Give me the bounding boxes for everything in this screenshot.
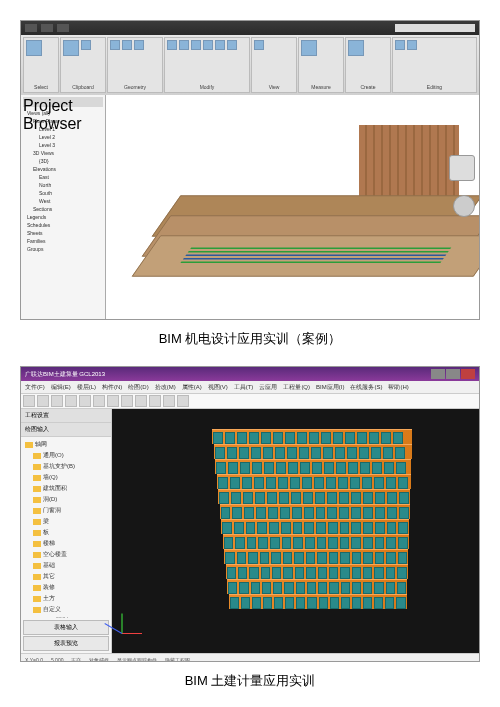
- tree-item[interactable]: Sections: [23, 205, 103, 213]
- ribbon-label-view: View: [254, 84, 294, 90]
- revit-3d-viewport[interactable]: [106, 95, 479, 320]
- tree-item[interactable]: East: [23, 173, 103, 181]
- tree-item[interactable]: 3D Views: [23, 149, 103, 157]
- tree-item: 自定义: [23, 604, 109, 615]
- status-hide[interactable]: 隐藏工程图: [165, 657, 190, 662]
- view-icon[interactable]: [254, 40, 264, 50]
- folder-icon: [33, 585, 41, 591]
- tree-item[interactable]: North: [23, 181, 103, 189]
- ribbon-label-create: Create: [348, 84, 388, 90]
- tree-item[interactable]: Elevations: [23, 165, 103, 173]
- copy-icon[interactable]: [179, 40, 189, 50]
- component-tree[interactable]: 轴网 通用(O) 基坑支护(B) 墙(Q) 建筑面积 洞(D) 门窗洞 梁 板 …: [21, 437, 111, 618]
- tree-item[interactable]: Schedules: [23, 221, 103, 229]
- report-preview-button[interactable]: 报表预览: [23, 636, 109, 651]
- app-menu-icon[interactable]: [25, 24, 37, 32]
- mirror-icon[interactable]: [203, 40, 213, 50]
- tree-item: 空心楼盖: [23, 549, 109, 560]
- folder-icon: [33, 552, 41, 558]
- array-icon[interactable]: [215, 40, 225, 50]
- folder-icon: [33, 574, 41, 580]
- move-icon[interactable]: [167, 40, 177, 50]
- status-track[interactable]: 显示网点跟踪构件: [117, 657, 157, 662]
- tree-item[interactable]: South: [23, 189, 103, 197]
- minimize-icon[interactable]: [431, 369, 445, 379]
- tree-item[interactable]: Sheets: [23, 229, 103, 237]
- tool-icon[interactable]: [177, 395, 189, 407]
- glodon-titlebar: 广联达BIM土建算量 GCL2013: [21, 367, 479, 381]
- qat-save-icon[interactable]: [41, 24, 53, 32]
- rotate-icon[interactable]: [191, 40, 201, 50]
- create-icon[interactable]: [348, 40, 364, 56]
- menu-view[interactable]: 视图(V): [208, 383, 228, 392]
- caption-2: BIM 土建计量应用实训: [20, 672, 480, 690]
- menu-draw[interactable]: 绘图(D): [128, 383, 148, 392]
- tool-icon[interactable]: [23, 395, 35, 407]
- menu-tool[interactable]: 工具(T): [234, 383, 254, 392]
- viewcube-icon[interactable]: [449, 155, 475, 181]
- status-ortho[interactable]: 正交: [71, 657, 81, 662]
- menu-attribute[interactable]: 属性(A): [182, 383, 202, 392]
- revit-titlebar: [21, 21, 479, 35]
- menu-bim[interactable]: BIM应用(I): [316, 383, 344, 392]
- status-snap[interactable]: 对象捕捉: [89, 657, 109, 662]
- tool-icon[interactable]: [37, 395, 49, 407]
- cope-icon[interactable]: [110, 40, 120, 50]
- tool-icon[interactable]: [135, 395, 147, 407]
- edit2-icon[interactable]: [407, 40, 417, 50]
- menu-floor[interactable]: 楼层(L): [77, 383, 96, 392]
- tree-item[interactable]: Groups: [23, 245, 103, 253]
- menu-help[interactable]: 帮助(H): [388, 383, 408, 392]
- glodon-left-panel: 工程设置 绘图输入 轴网 通用(O) 基坑支护(B) 墙(Q) 建筑面积 洞(D…: [21, 409, 112, 653]
- select-icon[interactable]: [26, 40, 42, 56]
- paste-icon[interactable]: [63, 40, 79, 56]
- form-input-button[interactable]: 表格输入: [23, 620, 109, 635]
- tool-icon[interactable]: [107, 395, 119, 407]
- menu-edit[interactable]: 编辑(E): [51, 383, 71, 392]
- tool-icon[interactable]: [79, 395, 91, 407]
- menu-online[interactable]: 在线服务(S): [350, 383, 382, 392]
- panel-title-engineering[interactable]: 工程设置: [21, 409, 111, 423]
- tree-item: 洞(D): [23, 494, 109, 505]
- menu-modify[interactable]: 拾改(M): [155, 383, 176, 392]
- tree-item: 板: [23, 527, 109, 538]
- menu-cloud[interactable]: 云应用: [259, 383, 277, 392]
- tree-item[interactable]: Level 3: [23, 141, 103, 149]
- measure-icon[interactable]: [301, 40, 317, 56]
- ribbon-label-select: Select: [26, 84, 56, 90]
- join-icon[interactable]: [122, 40, 132, 50]
- menu-file[interactable]: 文件(F): [25, 383, 45, 392]
- tree-item[interactable]: Legends: [23, 213, 103, 221]
- edit-icon[interactable]: [395, 40, 405, 50]
- qat-undo-icon[interactable]: [57, 24, 69, 32]
- tool-icon[interactable]: [65, 395, 77, 407]
- search-input[interactable]: [395, 24, 475, 32]
- glodon-3d-viewport[interactable]: [112, 409, 479, 653]
- maximize-icon[interactable]: [446, 369, 460, 379]
- glodon-toolbar: [21, 394, 479, 409]
- tree-item[interactable]: Families: [23, 237, 103, 245]
- tree-item: 基础: [23, 560, 109, 571]
- status-bar: X,Y=0,0 5.000 正交 对象捕捉 显示网点跟踪构件 隐藏工程图: [21, 653, 479, 662]
- panel-title-drawing[interactable]: 绘图输入: [21, 423, 111, 437]
- tree-item: 梁: [23, 516, 109, 527]
- ribbon-label-clipboard: Clipboard: [63, 84, 103, 90]
- tree-item[interactable]: {3D}: [23, 157, 103, 165]
- ribbon-label-modify: Modify: [167, 84, 247, 90]
- close-icon[interactable]: [461, 369, 475, 379]
- tool-icon[interactable]: [93, 395, 105, 407]
- project-browser[interactable]: Project Browser Views (all) Floor Plans …: [21, 95, 106, 320]
- tool-icon[interactable]: [121, 395, 133, 407]
- tool-icon[interactable]: [163, 395, 175, 407]
- menu-component[interactable]: 构件(N): [102, 383, 122, 392]
- tool-icon[interactable]: [51, 395, 63, 407]
- menu-quantity[interactable]: 工程量(Q): [283, 383, 310, 392]
- tool-icon[interactable]: [149, 395, 161, 407]
- tree-item[interactable]: Level 2: [23, 133, 103, 141]
- scale-icon[interactable]: [227, 40, 237, 50]
- nav-wheel-icon[interactable]: [453, 195, 475, 217]
- split-icon[interactable]: [134, 40, 144, 50]
- tree-item[interactable]: West: [23, 197, 103, 205]
- cut-icon[interactable]: [81, 40, 91, 50]
- folder-icon: [33, 475, 41, 481]
